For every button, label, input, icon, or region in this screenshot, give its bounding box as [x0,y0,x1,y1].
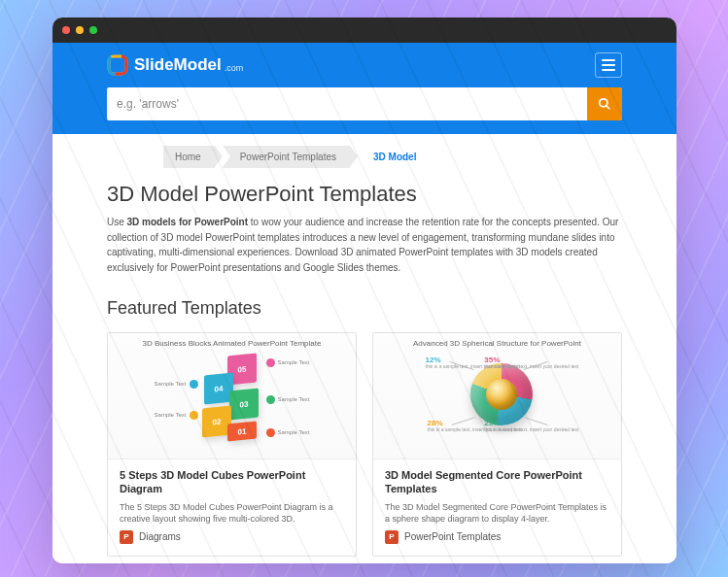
thumb-title: 3D Business Blocks Animated PowerPoint T… [108,339,356,348]
svg-rect-2 [109,56,126,74]
page-intro: Use 3D models for PowerPoint to wow your… [107,215,622,275]
page-content: Home PowerPoint Templates 3D Model 3D Mo… [52,134,676,563]
svg-line-4 [607,106,610,110]
search-input[interactable] [107,87,587,120]
card-meta: P PowerPoint Templates [385,530,609,544]
logo-icon [107,54,128,76]
browser-window: SlideModel .com [52,17,676,563]
desktop-background: SlideModel .com [0,0,728,577]
template-card[interactable]: 3D Business Blocks Animated PowerPoint T… [107,332,357,557]
featured-cards: 3D Business Blocks Animated PowerPoint T… [107,332,622,557]
card-body: 5 Steps 3D Model Cubes PowerPoint Diagra… [108,459,356,556]
card-category[interactable]: PowerPoint Templates [404,531,501,542]
logo-suffix: .com [225,63,244,73]
svg-point-3 [600,99,607,107]
search-icon [598,97,611,111]
card-thumbnail: Advanced 3D Spherical Structure for Powe… [373,333,621,459]
header-top-row: SlideModel .com [107,52,622,78]
breadcrumb: Home PowerPoint Templates 3D Model [163,146,622,168]
breadcrumb-item-ppt-templates[interactable]: PowerPoint Templates [223,146,350,168]
cubes-graphic: 05 04 03 02 01 Sample Text Sample Text S… [169,353,295,440]
thumb-title: Advanced 3D Spherical Structure for Powe… [373,339,621,348]
featured-heading: Featured Templates [107,298,622,319]
card-desc: The 3D Model Segmented Core PowerPoint T… [385,501,609,526]
card-title: 5 Steps 3D Model Cubes PowerPoint Diagra… [120,469,344,496]
search-bar [107,87,622,120]
breadcrumb-item-home[interactable]: Home [163,146,215,168]
breadcrumb-current: 3D Model [358,146,430,168]
svg-rect-0 [109,56,126,74]
page-title: 3D Model PowerPoint Templates [107,182,622,207]
logo-text: SlideModel [134,55,222,75]
svg-rect-1 [109,56,126,74]
card-desc: The 5 Steps 3D Model Cubes PowerPoint Di… [120,501,344,526]
site-header: SlideModel .com [52,43,676,134]
card-meta: P Diagrams [120,530,344,544]
card-body: 3D Model Segmented Core PowerPoint Templ… [373,459,621,556]
hamburger-icon [602,59,615,61]
powerpoint-icon: P [385,530,399,544]
site-logo[interactable]: SlideModel .com [107,54,243,76]
search-button[interactable] [587,87,622,120]
template-card[interactable]: Advanced 3D Spherical Structure for Powe… [372,332,622,557]
window-minimize-button[interactable] [76,26,84,34]
window-maximize-button[interactable] [89,26,97,34]
window-close-button[interactable] [62,26,70,34]
window-titlebar [52,17,676,43]
sphere-graphic: 12%this is a sample text, insert your de… [410,350,585,443]
menu-button[interactable] [595,52,622,78]
powerpoint-icon: P [120,530,133,544]
card-category[interactable]: Diagrams [139,531,181,542]
card-title: 3D Model Segmented Core PowerPoint Templ… [385,469,609,496]
card-thumbnail: 3D Business Blocks Animated PowerPoint T… [108,333,356,459]
